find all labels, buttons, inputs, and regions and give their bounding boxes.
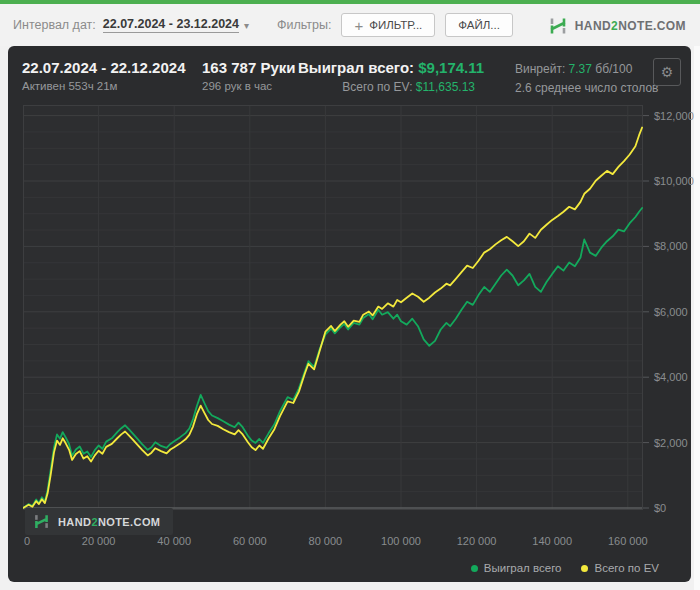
header-winnings-block: Выиграл всего: $9,174.11 Всего по EV: $1…: [298, 59, 475, 94]
brand-logo: HAND2NOTE.COM: [548, 16, 686, 36]
winrate-value: 7.37: [569, 62, 592, 76]
hand2note-logo-icon: [548, 16, 568, 36]
winnings-chart-svg: $0$2,000$4,000$6,000$8,000$10,000$12,000…: [23, 105, 695, 553]
winnings-chart: $0$2,000$4,000$6,000$8,000$10,000$12,000…: [23, 105, 695, 557]
gear-icon: ⚙: [661, 64, 674, 80]
file-button-label: ФАЙЛ...: [458, 19, 500, 31]
won-label: Выиграл всего:: [298, 59, 414, 76]
won-value: $9,174.11: [418, 59, 484, 76]
svg-text:160 000: 160 000: [608, 535, 648, 547]
date-interval-label: Интервал дат:: [13, 18, 96, 32]
winrate-line: Винрейт: 7.37 бб/100: [515, 60, 658, 79]
chart-watermark: HAND2NOTE.COM: [25, 508, 173, 535]
header-winrate-block: Винрейт: 7.37 бб/100 2.6 среднее число с…: [515, 60, 658, 97]
header-date-block: 22.07.2024 - 22.12.2024 Активен 553ч 21м: [22, 59, 185, 92]
watermark-text: HAND2NOTE.COM: [58, 516, 160, 528]
svg-text:120 000: 120 000: [457, 535, 497, 547]
legend-label: Всего по EV: [594, 562, 659, 574]
file-button[interactable]: ФАЙЛ...: [445, 13, 513, 37]
filters-label: Фильтры:: [277, 18, 331, 32]
legend-label: Выиграл всего: [484, 562, 562, 574]
svg-text:$4,000: $4,000: [654, 371, 688, 383]
svg-text:0: 0: [24, 535, 30, 547]
add-filter-button-label: ФИЛЬТР...: [369, 19, 422, 31]
svg-text:$12,000: $12,000: [654, 110, 694, 122]
legend-dot: [581, 565, 588, 572]
legend-item[interactable]: Всего по EV: [581, 562, 659, 574]
svg-text:20 000: 20 000: [82, 535, 116, 547]
active-time: Активен 553ч 21м: [22, 80, 185, 92]
hands-total: 163 787 Руки: [202, 59, 295, 76]
avg-tables: 2.6 среднее число столов: [515, 79, 658, 98]
date-interval-value[interactable]: 22.07.2024 - 23.12.2024: [103, 17, 239, 33]
svg-text:$2,000: $2,000: [654, 437, 688, 449]
svg-text:140 000: 140 000: [532, 535, 572, 547]
brand-text: HAND2NOTE.COM: [575, 19, 686, 33]
hand2note-watermark-icon: [33, 512, 50, 531]
ev-label: Всего по EV:: [342, 80, 412, 94]
svg-text:$10,000: $10,000: [654, 175, 694, 187]
report-panel: 22.07.2024 - 22.12.2024 Активен 553ч 21м…: [8, 46, 691, 582]
plus-icon: +: [354, 17, 363, 34]
svg-text:$6,000: $6,000: [654, 306, 688, 318]
legend-item[interactable]: Выиграл всего: [471, 562, 562, 574]
svg-text:100 000: 100 000: [381, 535, 421, 547]
winrate-label: Винрейт:: [515, 62, 565, 76]
svg-text:60 000: 60 000: [233, 535, 267, 547]
ev-total: Всего по EV: $11,635.13: [298, 80, 475, 94]
add-filter-button[interactable]: + ФИЛЬТР...: [341, 13, 435, 37]
date-interval-dropdown[interactable]: 22.07.2024 - 23.12.2024 ▾: [103, 17, 249, 33]
window-right-edge: [694, 46, 700, 590]
svg-text:80 000: 80 000: [309, 535, 343, 547]
legend-dot: [471, 565, 478, 572]
hands-per-hour: 296 рук в час: [202, 80, 295, 92]
chart-legend: Выиграл всегоВсего по EV: [471, 562, 659, 574]
settings-button[interactable]: ⚙: [653, 58, 681, 86]
header-hands-block: 163 787 Руки 296 рук в час: [202, 59, 295, 92]
chevron-down-icon: ▾: [244, 20, 249, 31]
svg-text:40 000: 40 000: [157, 535, 191, 547]
toolbar: Интервал дат: 22.07.2024 - 23.12.2024 ▾ …: [0, 4, 700, 46]
svg-text:$0: $0: [654, 502, 666, 514]
report-date-range: 22.07.2024 - 22.12.2024: [22, 59, 185, 76]
winrate-units: бб/100: [595, 62, 632, 76]
ev-value: $11,635.13: [416, 80, 475, 94]
svg-text:$8,000: $8,000: [654, 240, 688, 252]
won-total: Выиграл всего: $9,174.11: [298, 59, 475, 76]
